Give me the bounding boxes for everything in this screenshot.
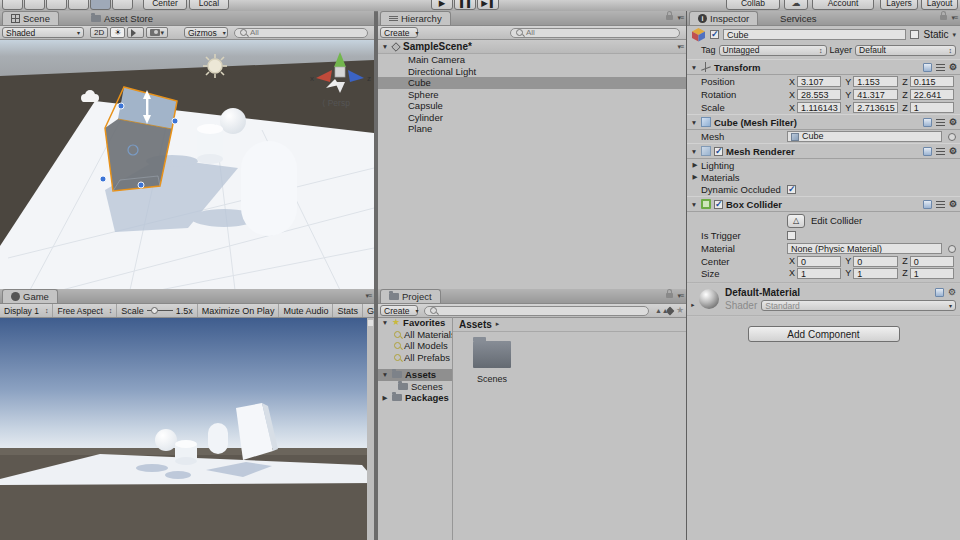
rotation-z-field[interactable]: 22.641 [910,89,954,100]
tree-favorites[interactable]: ▼ ★ Favorites [378,317,452,329]
size-y-field[interactable]: 1 [853,268,897,279]
favorites-filter-icon[interactable]: ★ [676,306,684,315]
asset-tile-scenes[interactable]: Scenes [467,341,517,384]
tab-scene[interactable]: Scene [2,11,59,25]
layer-dropdown[interactable]: Default [855,45,956,56]
tree-packages[interactable]: ▶ Packages [378,392,452,404]
hierarchy-scene-row[interactable]: ▼ SampleScene* ▾≡ [378,40,686,54]
shader-dropdown[interactable]: Standard [761,300,956,311]
tree-all-models[interactable]: All Models [378,340,452,352]
mesh-renderer-header[interactable]: ▼ Mesh Renderer ⚙ [687,143,960,159]
dynamic-occluded-checkbox[interactable] [787,185,796,194]
cylinder-object[interactable] [197,124,223,164]
scene-viewport[interactable]: x z ⟨ Persp [0,40,374,289]
tree-assets[interactable]: ▼ Assets [378,369,452,381]
account-button[interactable]: Account [812,0,874,10]
step-button[interactable]: ▶❚ [477,0,499,10]
foldout-icon[interactable]: ▶ [691,161,699,169]
lighting-toggle[interactable]: ☀ [110,27,125,38]
position-x-field[interactable]: 3.107 [797,76,841,87]
hierarchy-item-sphere[interactable]: Sphere [378,89,686,101]
foldout-icon[interactable]: ▼ [690,201,698,208]
panel-menu-icon[interactable]: ▾≡ [365,292,371,299]
capsule-object[interactable] [241,141,297,236]
materials-foldout[interactable]: ▶ Materials [687,171,960,183]
hierarchy-item-cylinder[interactable]: Cylinder [378,112,686,124]
foldout-icon[interactable]: ▶ [381,394,389,402]
foldout-icon[interactable]: ▼ [690,119,698,126]
static-checkbox[interactable] [910,30,919,39]
tab-project[interactable]: Project [380,289,441,303]
panel-menu-icon[interactable]: ▾≡ [677,292,683,299]
scale-x-field[interactable]: 1.116143 [797,102,841,113]
gear-icon[interactable]: ⚙ [949,147,957,156]
tab-game[interactable]: Game [2,289,58,303]
pause-button[interactable]: ❚❚ [454,0,476,10]
2d-toggle[interactable]: 2D [90,27,108,38]
help-icon[interactable] [935,288,944,297]
transform-tool-button[interactable] [112,0,133,10]
foldout-icon[interactable]: ▼ [381,371,389,378]
search-by-type-icon[interactable]: ▲▲ [655,307,664,315]
cloud-button[interactable]: ☁ [784,0,808,10]
tree-all-materials[interactable]: All Materials [378,329,452,341]
center-x-field[interactable]: 0 [797,256,841,267]
game-scrollbar[interactable] [367,318,374,540]
preset-icon[interactable] [936,147,945,155]
panel-menu-icon[interactable]: ▾≡ [677,14,683,21]
preset-icon[interactable] [936,200,945,208]
space-local-button[interactable]: Local [189,0,229,10]
size-z-field[interactable]: 1 [910,268,954,279]
transform-header[interactable]: ▼ Transform ⚙ [687,59,960,75]
lock-icon[interactable] [940,15,947,20]
scale-slider-thumb[interactable] [151,307,158,314]
center-z-field[interactable]: 0 [910,256,954,267]
sphere-object[interactable] [220,108,246,134]
collab-button[interactable]: Collab [726,0,780,10]
static-dropdown-icon[interactable]: ▾ [952,31,956,39]
draw-mode-dropdown[interactable]: Shaded [2,27,84,38]
tab-inspector[interactable]: i Inspector [689,11,758,25]
hierarchy-create-button[interactable]: Create [380,27,418,38]
layers-button[interactable]: Layers [880,0,918,10]
effects-toggle[interactable]: ▾ [146,27,168,38]
aspect-dropdown[interactable]: Free Aspect [53,304,117,317]
hand-tool-button[interactable] [2,0,23,10]
scene-menu-icon[interactable]: ▾≡ [677,43,683,50]
active-checkbox[interactable] [710,30,719,39]
tree-all-prefabs[interactable]: All Prefabs [378,352,452,364]
scale-y-field[interactable]: 2.713615 [853,102,897,113]
lighting-foldout[interactable]: ▶ Lighting [687,159,960,171]
position-y-field[interactable]: 1.153 [853,76,897,87]
play-button[interactable]: ▶ [431,0,453,10]
is-trigger-checkbox[interactable] [787,231,796,240]
position-z-field[interactable]: 0.115 [910,76,954,87]
foldout-icon[interactable]: ▼ [381,319,389,326]
project-search-input[interactable] [424,306,649,316]
scale-slider[interactable]: Scale 1.5x [117,304,198,317]
preset-icon[interactable] [936,118,945,126]
tree-scenes[interactable]: Scenes [378,381,452,393]
move-tool-button[interactable] [24,0,45,10]
rotate-tool-button[interactable] [46,0,67,10]
foldout-icon[interactable]: ▶ [691,173,699,181]
help-icon[interactable] [923,147,932,156]
add-component-button[interactable]: Add Component [748,326,900,342]
layout-button[interactable]: Layout [921,0,958,10]
size-x-field[interactable]: 1 [797,268,841,279]
tab-hierarchy[interactable]: Hierarchy [380,11,451,25]
scale-slider-track[interactable] [147,307,173,314]
hierarchy-item-directional-light[interactable]: Directional Light [378,66,686,78]
gear-icon[interactable]: ⚙ [949,118,957,127]
foldout-icon[interactable]: ▼ [690,64,698,71]
rotation-y-field[interactable]: 41.317 [853,89,897,100]
tab-asset-store[interactable]: Asset Store [83,12,161,25]
pivot-center-button[interactable]: Center [143,0,187,10]
scene-search-input[interactable]: All [234,28,368,38]
object-name-field[interactable]: Cube [723,29,906,40]
stats-button[interactable]: Stats [333,304,363,317]
help-icon[interactable] [923,118,932,127]
maximize-on-play-button[interactable]: Maximize On Play [198,304,280,317]
object-picker-icon[interactable] [948,133,956,141]
gear-icon[interactable]: ⚙ [949,200,957,209]
